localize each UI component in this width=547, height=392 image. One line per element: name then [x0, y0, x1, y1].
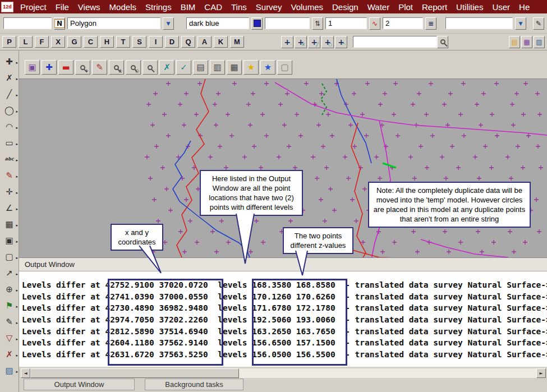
- mode-button-t[interactable]: T: [116, 36, 130, 48]
- mode-button-k[interactable]: K: [214, 36, 228, 48]
- menu-item-bim[interactable]: BIM: [176, 2, 200, 12]
- linewidth-button[interactable]: ≡: [425, 17, 436, 30]
- width-input[interactable]: [383, 17, 423, 29]
- mode-button-a[interactable]: A: [197, 36, 212, 48]
- ellipse-tool[interactable]: ◯▸: [0, 102, 19, 118]
- weight-input[interactable]: [325, 17, 367, 29]
- menu-item-views[interactable]: Views: [73, 2, 105, 12]
- mode-button-p[interactable]: P: [2, 36, 16, 48]
- close-tool[interactable]: ✗▸: [0, 346, 19, 362]
- menu-item-water[interactable]: Water: [363, 2, 394, 12]
- snap-cross-button[interactable]: +×: [295, 36, 307, 48]
- mode-button-c[interactable]: C: [84, 36, 98, 48]
- mode-button-d[interactable]: D: [165, 36, 179, 48]
- menu-item-file[interactable]: File: [51, 2, 73, 12]
- rectangle-tool[interactable]: ▭▸: [0, 135, 19, 151]
- horizontal-scrollbar[interactable]: ◄ ►: [21, 368, 546, 378]
- zoom-minus-button[interactable]: ▬: [58, 60, 73, 75]
- fit-view-button[interactable]: ✓: [176, 60, 191, 75]
- mode-button-l[interactable]: L: [19, 36, 33, 48]
- menu-item-models[interactable]: Models: [105, 2, 141, 12]
- snap-line-button[interactable]: +╱: [308, 36, 320, 48]
- bottom-tab-output-window[interactable]: Output Window: [24, 379, 135, 390]
- linestyle-input[interactable]: [67, 17, 160, 29]
- search-button[interactable]: [437, 36, 448, 48]
- star-yellow-button[interactable]: ★: [243, 60, 259, 75]
- menu-item-design[interactable]: Design: [328, 2, 363, 12]
- menu-item-strings[interactable]: Strings: [141, 2, 176, 12]
- menu-item-he[interactable]: He: [514, 2, 534, 12]
- scrollbar-thumb[interactable]: [30, 368, 239, 378]
- menu-item-report[interactable]: Report: [417, 2, 452, 12]
- grid-button[interactable]: ▦: [227, 60, 242, 75]
- mode-button-i[interactable]: I: [149, 36, 163, 48]
- scrollbar-track[interactable]: [239, 368, 536, 378]
- snap-point-button[interactable]: +·: [281, 36, 293, 48]
- colour-input[interactable]: [186, 17, 249, 29]
- linestyle-pick-button[interactable]: ∿: [369, 17, 380, 30]
- model-grid-button[interactable]: ▦: [521, 36, 532, 48]
- mode-button-h[interactable]: H: [100, 36, 114, 48]
- name-button[interactable]: N: [54, 17, 65, 30]
- delete-tool[interactable]: ✗▸: [0, 70, 19, 86]
- menu-item-project[interactable]: Project: [16, 2, 51, 12]
- print-button[interactable]: ▤: [193, 60, 208, 75]
- menu-item-user[interactable]: User: [488, 2, 514, 12]
- flag-tool[interactable]: ⚑▸: [0, 297, 19, 313]
- table-tool[interactable]: ▦▸: [0, 216, 19, 232]
- edge-tool-button[interactable]: ▨: [534, 36, 545, 48]
- translate-tool[interactable]: ↗▸: [0, 265, 19, 281]
- linestyle-choice-button[interactable]: ▼: [163, 17, 174, 30]
- menu-item-tins[interactable]: Tins: [227, 2, 251, 12]
- search-input[interactable]: [353, 36, 437, 48]
- menu-item-survey[interactable]: Survey: [251, 2, 287, 12]
- scroll-left-button[interactable]: ◄: [21, 368, 30, 378]
- colour-swatch-button[interactable]: [251, 17, 263, 30]
- text-style-input[interactable]: [3, 17, 52, 29]
- edit-tool[interactable]: ✎▸: [0, 313, 19, 330]
- fence-tool[interactable]: ▢▸: [0, 248, 19, 265]
- magnify-button[interactable]: [143, 60, 158, 75]
- open-folder-button[interactable]: ▤: [509, 36, 520, 48]
- template-tool[interactable]: ▽▸: [0, 330, 19, 346]
- mode-button-m[interactable]: M: [230, 36, 244, 48]
- pan-tool[interactable]: ✚▸: [0, 53, 19, 70]
- snap-arc-button[interactable]: +◠: [335, 36, 347, 48]
- model-choice-button[interactable]: ▼: [515, 17, 526, 30]
- menu-item-utilities[interactable]: Utilities: [452, 2, 488, 12]
- model-input[interactable]: [445, 17, 513, 29]
- line-tool[interactable]: ╱▸: [0, 86, 19, 102]
- copy-button[interactable]: ▥: [210, 60, 225, 75]
- arc-tool[interactable]: ◠▸: [0, 118, 19, 135]
- menu-item-plot[interactable]: Plot: [394, 2, 417, 12]
- small-window-button[interactable]: ▢: [277, 60, 292, 75]
- delete-view-button[interactable]: ✗: [159, 60, 174, 75]
- drag-tool[interactable]: ⊕▸: [0, 281, 19, 297]
- bottom-tab-background-tasks[interactable]: Background tasks: [145, 379, 243, 390]
- repaint-button[interactable]: ✎: [92, 60, 107, 75]
- mode-button-g[interactable]: G: [67, 36, 81, 48]
- scroll-right-button[interactable]: ►: [536, 368, 546, 378]
- output-window-header[interactable]: Output Window: [19, 258, 547, 271]
- menu-item-cad[interactable]: CAD: [200, 2, 227, 12]
- mode-button-s[interactable]: S: [132, 36, 146, 48]
- model-view-tool[interactable]: ▣▸: [0, 232, 19, 248]
- mode-button-f[interactable]: F: [35, 36, 49, 48]
- snap-circle-button[interactable]: +○: [321, 36, 334, 48]
- pencil-tool[interactable]: ✎▸: [0, 167, 19, 183]
- raster-tool[interactable]: ▨▸: [0, 362, 19, 379]
- mode-button-x[interactable]: X: [51, 36, 65, 48]
- menu-item-volumes[interactable]: Volumes: [286, 2, 328, 12]
- magnify-mode-button[interactable]: ○: [126, 60, 141, 75]
- measure-tool[interactable]: ∠▸: [0, 200, 19, 216]
- sort-order-button[interactable]: ⇅: [312, 17, 323, 30]
- cascade-window-button[interactable]: ▣: [25, 60, 40, 75]
- misc-input[interactable]: [265, 17, 310, 29]
- eyedropper-button[interactable]: ✎: [533, 17, 544, 30]
- text-tool[interactable]: abc▸: [0, 151, 19, 167]
- app-logo-icon[interactable]: 12d: [1, 2, 13, 12]
- point-tool[interactable]: ✛▸: [0, 183, 19, 200]
- zoom-plus-button[interactable]: ✚: [42, 60, 57, 75]
- mode-button-q[interactable]: Q: [181, 36, 195, 48]
- star-blue-button[interactable]: ★: [260, 60, 275, 75]
